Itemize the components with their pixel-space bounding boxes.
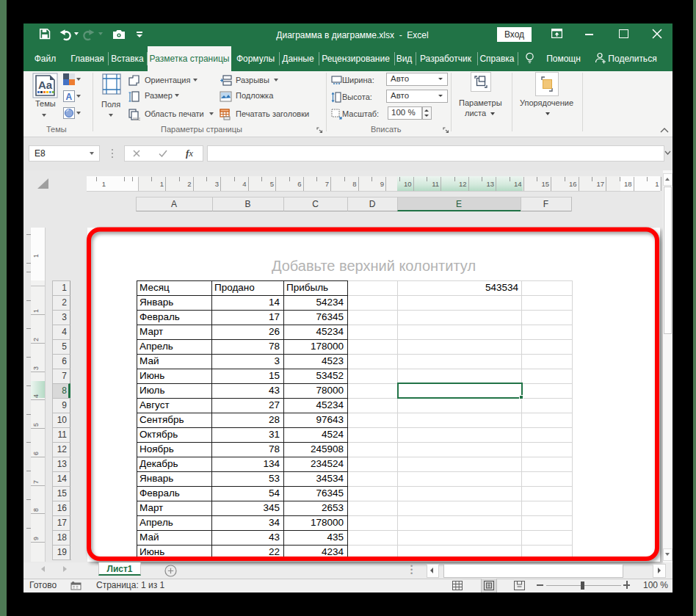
svg-text:Aa: Aa [38,79,53,91]
svg-text:A: A [66,92,73,102]
